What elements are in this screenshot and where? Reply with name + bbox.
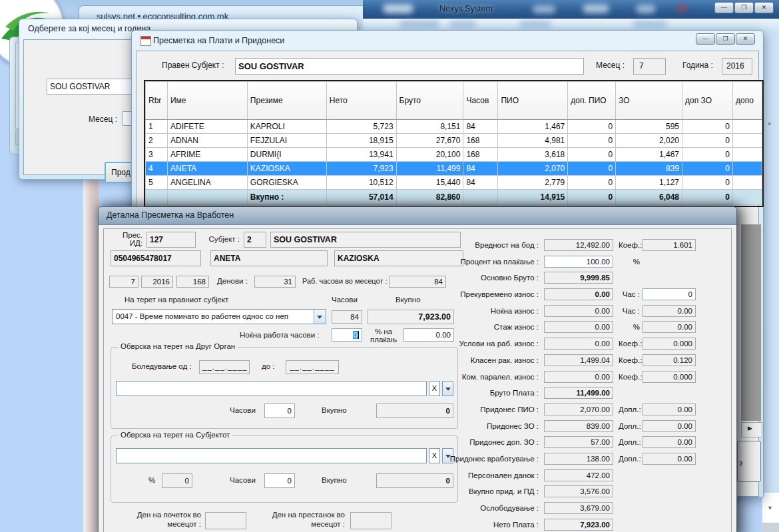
close-button[interactable]: ✕ — [736, 33, 755, 45]
grid-cell[interactable]: KAZIOSKA — [247, 162, 326, 176]
sick-to-input[interactable]: __.__.____ — [286, 360, 339, 374]
grid-cell[interactable]: 1,127 — [616, 176, 682, 190]
grid-row[interactable]: 3AFRIMEDURMI{I13,94120,1001683,61801,467… — [146, 148, 762, 162]
grid-column-header[interactable]: Нето — [326, 82, 396, 120]
grid-column-header[interactable]: ПИО — [498, 82, 568, 120]
grid-cell[interactable]: 84 — [463, 162, 498, 176]
occluded-button[interactable]: з — [737, 441, 761, 482]
grid-cell[interactable]: 5,723 — [326, 120, 396, 134]
grid-cell[interactable]: 15,440 — [396, 176, 463, 190]
subject-combo-field[interactable] — [116, 448, 427, 463]
grid-cell[interactable]: 10,512 — [326, 176, 396, 190]
secondary-field[interactable]: 0 — [643, 288, 696, 300]
dropdown-icon[interactable]: ▼ — [767, 505, 773, 511]
start-day-field[interactable] — [205, 512, 246, 529]
restore-button[interactable]: ❐ — [734, 2, 754, 13]
grid-cell[interactable]: KAPROLI — [247, 120, 326, 134]
grid-cell[interactable]: 0 — [568, 134, 616, 148]
detail-titlebar[interactable]: Детална Пресметка на Вработен — [99, 207, 736, 225]
grid-cell[interactable]: 0 — [568, 148, 616, 162]
grid-cell[interactable]: 4 — [146, 162, 168, 176]
work-type-combobox[interactable]: 0047 - Време поминато во работен однос с… — [112, 309, 326, 324]
grid-cell[interactable]: 3 — [146, 148, 168, 162]
grid-cell[interactable]: 27,670 — [396, 134, 463, 148]
grid-cell[interactable]: 1,467 — [616, 148, 682, 162]
minimize-button[interactable]: — — [714, 2, 734, 13]
grid-column-header[interactable]: Бруто — [396, 82, 463, 120]
end-day-field[interactable] — [350, 512, 391, 529]
grid-cell[interactable]: 2,020 — [616, 134, 682, 148]
grid-row[interactable]: 5ANGELINAGORGIESKA10,51215,440842,77901,… — [146, 176, 762, 190]
grid-cell[interactable]: ANGELINA — [167, 176, 247, 190]
grid-cell[interactable]: FEJZULAI — [247, 134, 326, 148]
grid-cell[interactable] — [732, 162, 762, 176]
grid-cell[interactable]: AFRIME — [167, 148, 247, 162]
subject-combobox[interactable]: X — [116, 448, 453, 463]
sick-from-input[interactable]: __.__.____ — [199, 360, 250, 374]
grid-column-header[interactable]: Име — [167, 82, 247, 120]
amount-field[interactable]: 100.00 — [544, 256, 613, 268]
grid-cell[interactable]: 84 — [463, 120, 498, 134]
grid-cell[interactable]: 7,923 — [326, 162, 396, 176]
grid-cell[interactable] — [732, 134, 762, 148]
grid-cell[interactable]: 2,070 — [498, 162, 568, 176]
grid-cell[interactable]: 0 — [682, 148, 733, 162]
grid-column-header[interactable]: допо — [732, 82, 762, 120]
payroll-titlebar[interactable]: Пресметка на Плати и Придонеси — ❐ ✕ — [132, 31, 763, 51]
grid-cell[interactable]: 4,981 — [498, 134, 568, 148]
subject-hours-input[interactable]: 0 — [264, 473, 295, 488]
scroll-up-icon[interactable]: ▲ — [766, 120, 772, 127]
grid-cell[interactable]: 1,467 — [498, 120, 568, 134]
grid-row[interactable]: 4ANETAKAZIOSKA7,92311,499842,07008390 — [146, 162, 762, 176]
grid-cell[interactable]: 0 — [682, 162, 733, 176]
grid-cell[interactable]: 0 — [682, 120, 733, 134]
grid-cell[interactable]: DURMI{I — [247, 148, 326, 162]
grid-cell[interactable]: 0 — [568, 162, 616, 176]
grid-cell[interactable]: 168 — [463, 148, 498, 162]
other-organ-combo-field[interactable] — [116, 381, 427, 396]
grid-cell[interactable]: ANETA — [167, 162, 247, 176]
grid-cell[interactable] — [732, 148, 762, 162]
grid-cell[interactable]: 3,618 — [498, 148, 568, 162]
horizontal-scrollbar[interactable]: ▶ — [741, 422, 762, 437]
grid-cell[interactable]: GORGIESKA — [247, 176, 326, 190]
dropdown-arrow-icon[interactable] — [314, 310, 326, 324]
grid-cell[interactable]: 2,779 — [498, 176, 568, 190]
nexys-window-titlebar[interactable]: Nexys System — ❐ ✕ — [363, 0, 779, 19]
grid-cell[interactable]: 84 — [463, 176, 498, 190]
grid-cell[interactable]: 13,941 — [326, 148, 396, 162]
grid-cell[interactable]: 20,100 — [396, 148, 463, 162]
grid-cell[interactable]: 18,915 — [326, 134, 396, 148]
night-hours-input[interactable]: 0 — [332, 328, 362, 342]
grid-cell[interactable]: 168 — [463, 134, 498, 148]
grid-cell[interactable]: 5 — [146, 176, 168, 190]
grid-row[interactable]: 1ADIFETEKAPROLI5,7238,151841,46705950 — [146, 120, 762, 134]
legal-subject-field[interactable]: SOU GOSTIVAR — [235, 58, 584, 75]
grid-cell[interactable]: ADIFETE — [167, 120, 247, 134]
grid-cell[interactable]: 839 — [616, 162, 682, 176]
grid-column-header[interactable]: Часов — [463, 82, 498, 120]
grid-column-header[interactable]: ЗО — [616, 82, 682, 120]
grid-cell[interactable]: ADNAN — [167, 134, 247, 148]
grid-cell[interactable]: 0 — [682, 134, 733, 148]
grid-cell[interactable]: 0 — [568, 120, 616, 134]
restore-button[interactable]: ❐ — [716, 33, 735, 45]
minimize-button[interactable]: — — [696, 33, 715, 45]
grid-cell[interactable]: 595 — [616, 120, 682, 134]
other-organ-hours-input[interactable]: 0 — [264, 403, 295, 418]
grid-cell[interactable]: 0 — [568, 176, 616, 190]
grid-cell[interactable] — [732, 176, 762, 190]
grid-row[interactable]: 2ADNANFEJZULAI18,91527,6701684,98102,020… — [146, 134, 762, 148]
grid-column-header[interactable]: доп ЗО — [682, 82, 733, 120]
other-organ-combobox[interactable]: X — [116, 381, 453, 396]
grid-column-header[interactable]: Презиме — [247, 82, 326, 120]
grid-cell[interactable]: 8,151 — [396, 120, 463, 134]
grid-cell[interactable]: 1 — [146, 120, 168, 134]
grid-cell[interactable]: 2 — [146, 134, 168, 148]
grid-column-header[interactable]: Rbr — [146, 82, 168, 120]
payroll-grid[interactable]: RbrИмеПрезимеНетоБрутоЧасовПИОдоп. ПИОЗО… — [145, 81, 762, 205]
grid-cell[interactable] — [732, 120, 762, 134]
dialog-subject-input[interactable]: SOU GOSTIVAR — [47, 79, 132, 95]
close-button[interactable]: ✕ — [754, 2, 774, 13]
scroll-right-icon[interactable]: ▶ — [748, 425, 752, 431]
